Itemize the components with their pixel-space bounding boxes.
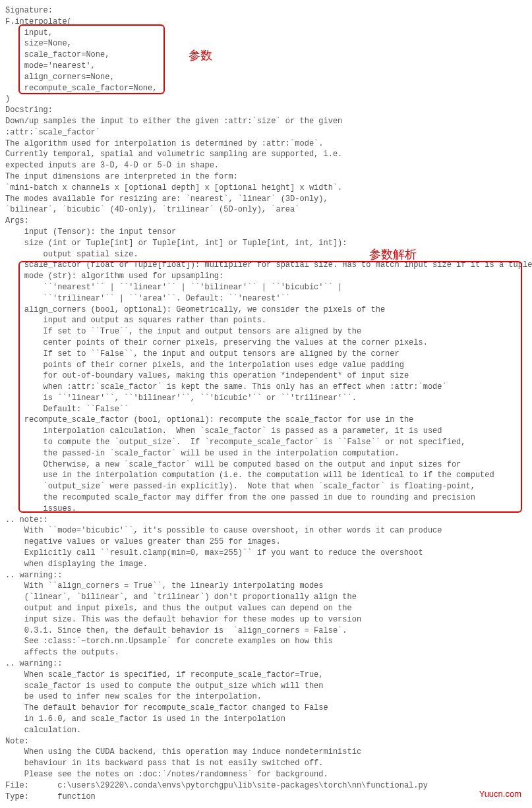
doc-line: The input dimensions are interpreted in … <box>5 171 527 183</box>
doc-line: Note: <box>5 736 527 747</box>
doc-line: Currently temporal, spatial and volumetr… <box>5 149 527 160</box>
doc-line: .. note:: <box>5 515 527 526</box>
doc-line: Down/up samples the input to either the … <box>5 116 527 127</box>
doc-line: 0.3.1. Since then, the default behavior … <box>5 625 527 637</box>
doc-line: calculation. <box>5 725 527 736</box>
doc-line: behaviour in its backward pass that is n… <box>5 758 527 769</box>
doc-line: `mini-batch x channels x [optional depth… <box>5 183 527 194</box>
document-content: Signature:F.interpolate( input, size=Non… <box>5 5 527 802</box>
doc-line: affects the outputs. <box>5 647 527 658</box>
highlight-box-args <box>18 261 522 513</box>
doc-line: When using the CUDA backend, this operat… <box>5 747 527 758</box>
doc-line: Args: <box>5 216 527 227</box>
annotation-label-param-parse: 参数解析 <box>369 246 417 263</box>
doc-line: output and input pixels, and thus the ou… <box>5 603 527 614</box>
doc-line: The algorithm used for interpolation is … <box>5 138 527 150</box>
doc-line: (`linear`, `bilinear`, and `trilinear`) … <box>5 592 527 603</box>
doc-line: When scale_factor is specified, if recom… <box>5 670 527 681</box>
doc-line: negative values or values greater than 2… <box>5 536 527 548</box>
doc-line: in 1.6.0, and scale_factor is used in th… <box>5 714 527 725</box>
doc-line: See :class:`~torch.nn.Upsample` for conc… <box>5 636 527 647</box>
watermark-text: Yuucn.com <box>479 788 521 800</box>
doc-line: expected inputs are 3-D, 4-D or 5-D in s… <box>5 160 527 171</box>
doc-line: The modes available for resizing are: `n… <box>5 194 527 205</box>
doc-line: scale_factor is used to compute the outp… <box>5 681 527 692</box>
annotation-label-param: 参数 <box>189 47 212 64</box>
doc-line: With ``mode='bicubic'``, it's possible t… <box>5 525 527 536</box>
doc-line: ) <box>5 94 527 105</box>
doc-line: Please see the notes on :doc:`/notes/ran… <box>5 769 527 780</box>
doc-line: output spatial size. <box>5 249 527 260</box>
doc-line: input (Tensor): the input tensor <box>5 227 527 238</box>
doc-line: be used to infer new scales for the inte… <box>5 691 527 703</box>
doc-line: :attr:`scale_factor` <box>5 127 527 138</box>
doc-line: .. warning:: <box>5 570 527 581</box>
doc-line: Signature: <box>5 5 527 16</box>
doc-line: .. warning:: <box>5 658 527 670</box>
doc-line: The default behavior for recompute_scale… <box>5 703 527 714</box>
doc-line: size (int or Tuple[int] or Tuple[int, in… <box>5 238 527 249</box>
doc-line: Docstring: <box>5 105 527 116</box>
doc-line: Type: function <box>5 792 527 803</box>
doc-line: With ``align_corners = True``, the linea… <box>5 581 527 592</box>
doc-line: when displaying the image. <box>5 559 527 570</box>
doc-line: File: c:\users\29220\.conda\envs\pytorch… <box>5 780 527 792</box>
doc-line: input size. This was the default behavio… <box>5 614 527 625</box>
highlight-box-parameters <box>18 24 165 94</box>
doc-line: Explicitly call ``result.clamp(min=0, ma… <box>5 548 527 559</box>
doc-line: `bilinear`, `bicubic` (4D-only), `trilin… <box>5 204 527 216</box>
